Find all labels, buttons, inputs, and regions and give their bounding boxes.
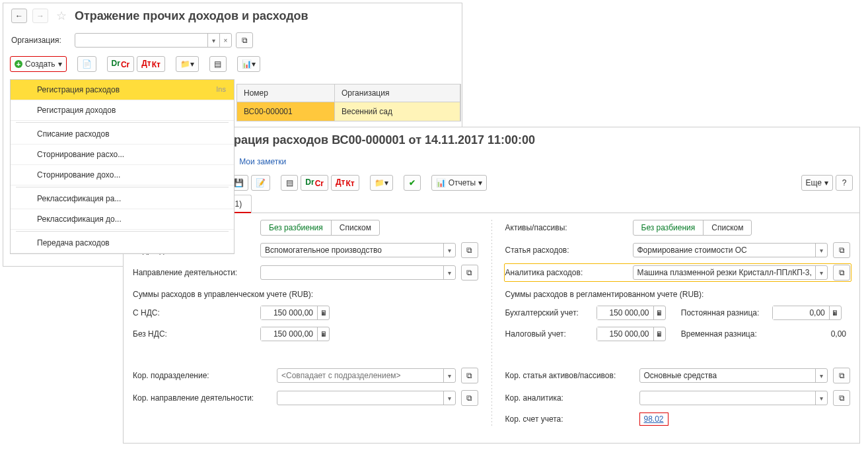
novat-label: Без НДС: <box>133 329 255 339</box>
list-button-2[interactable]: ▤ <box>281 175 298 191</box>
kor-acc-label: Кор. счет учета: <box>505 414 634 424</box>
window-title: Отражение прочих доходов и расходов <box>75 9 308 23</box>
kor-an-open-button[interactable]: ⧉ <box>833 390 850 406</box>
calc-icon[interactable]: 🖩 <box>653 327 665 341</box>
chart-button[interactable]: 📊▾ <box>237 56 260 72</box>
plus-icon: + <box>15 60 22 68</box>
org-open-button[interactable]: ⧉ <box>236 32 253 48</box>
nav-back-button[interactable]: ← <box>11 9 27 23</box>
calc-icon[interactable]: 🖩 <box>317 327 329 341</box>
novat-input[interactable] <box>261 327 317 341</box>
col-number[interactable]: Номер <box>237 84 335 102</box>
help-button[interactable]: ? <box>836 175 853 191</box>
col-org[interactable]: Организация <box>335 84 460 102</box>
dept-open-button[interactable]: ⧉ <box>461 242 478 258</box>
drcr-button[interactable]: DrCr <box>301 175 328 191</box>
dir-label: Направление деятельности: <box>133 268 255 277</box>
calc-icon[interactable]: 🖩 <box>317 306 329 319</box>
approve-button[interactable]: ✔ <box>404 175 421 191</box>
menu-reg-income[interactable]: Регистрация доходов <box>11 100 234 121</box>
calc-icon[interactable]: 🖩 <box>829 306 841 319</box>
reports-button[interactable]: 📊 Отчеты ▾ <box>431 175 487 191</box>
nav-forward-button[interactable]: → <box>32 9 48 23</box>
kor-art-open-button[interactable]: ⧉ <box>833 368 850 383</box>
toggle-list[interactable]: Списком <box>331 220 379 235</box>
kor-dir-open-button[interactable]: ⧉ <box>461 390 478 406</box>
grid-row[interactable]: ВС00-000001 Весенний сад <box>236 102 461 121</box>
art-dd-icon[interactable]: ▾ <box>815 244 827 257</box>
kor-dept-dd-icon[interactable]: ▾ <box>443 369 455 382</box>
titlebar: ← → ☆ Отражение прочих доходов и расходо… <box>3 3 462 28</box>
kor-dir-label: Кор. направление деятельности: <box>133 393 271 403</box>
kor-dir-dd-icon[interactable]: ▾ <box>443 391 455 405</box>
menu-writeoff[interactable]: Списание расходов <box>11 124 234 145</box>
art-input[interactable] <box>633 244 816 257</box>
ap-label: Активы/пассивы: <box>505 223 628 232</box>
create-button[interactable]: +Создать ▾ <box>10 56 67 72</box>
dept-input[interactable] <box>261 244 443 257</box>
toolbar: +Создать ▾ 📄 DrCr ДтКт 📁▾ ▤ 📊▾ <box>3 52 462 76</box>
org-clear-icon[interactable]: × <box>219 34 231 47</box>
kor-art-dd-icon[interactable]: ▾ <box>815 369 827 382</box>
menu-storno-exp[interactable]: Сторнирование расхо... <box>11 145 234 165</box>
vat-input[interactable] <box>261 306 317 319</box>
menu-storno-inc[interactable]: Сторнирование дохо... <box>11 165 234 185</box>
window-title-2: Регистрация расходов ВС00-000001 от 14.1… <box>195 133 535 147</box>
right-col: Активы/пассивы: Без разбиения Списком Ст… <box>505 220 851 426</box>
analyt-dd-icon[interactable]: ▾ <box>815 266 827 279</box>
toggle-nobreak[interactable]: Без разбиения <box>261 220 331 235</box>
ap-toggle-list[interactable]: Списком <box>703 220 751 235</box>
menu-transfer[interactable]: Передача расходов <box>11 233 234 253</box>
nu-input[interactable] <box>597 327 653 341</box>
org-dropdown-icon[interactable]: ▾ <box>207 34 219 47</box>
menu-reclass-exp[interactable]: Реклассификация ра... <box>11 189 234 209</box>
kor-dir-input[interactable] <box>277 391 443 405</box>
grid-header: Номер Организация <box>236 84 461 102</box>
analyt-label: Аналитика расходов: <box>505 268 628 277</box>
expenses-toggle: Без разбиения Списком <box>260 220 380 236</box>
dir-input[interactable] <box>261 266 443 279</box>
more-button[interactable]: Еще ▾ <box>801 175 833 191</box>
art-open-button[interactable]: ⧉ <box>833 242 850 258</box>
kor-acc-link[interactable]: 98.02 <box>639 412 669 426</box>
post-button[interactable]: 📝 <box>251 175 270 191</box>
kor-an-input[interactable] <box>640 391 816 405</box>
drcr-icon: DrCr <box>305 178 324 187</box>
menu-reclass-inc[interactable]: Реклассификация до... <box>11 209 234 230</box>
favorite-icon[interactable]: ☆ <box>56 9 67 23</box>
kor-an-dd-icon[interactable]: ▾ <box>815 391 827 405</box>
dtkt-red-button[interactable]: ДтКт <box>137 56 165 72</box>
dtkt-icon: ДтКт <box>141 59 161 69</box>
kor-art-input[interactable] <box>640 369 816 382</box>
nu-label: Налоговый учет: <box>505 329 591 339</box>
folder-button-2[interactable]: 📁▾ <box>370 175 393 191</box>
menu-reg-expenses[interactable]: Регистрация расходовIns <box>11 80 234 100</box>
dtkt-green-button[interactable]: DrCr <box>107 56 135 72</box>
kor-dept-input[interactable] <box>277 369 443 382</box>
copy-button[interactable]: 📄 <box>77 56 96 72</box>
list-button[interactable]: ▤ <box>209 56 227 72</box>
vr-label: Временная разница: <box>681 329 767 339</box>
bu-input[interactable] <box>597 306 653 319</box>
drcr-icon: DrCr <box>112 59 130 69</box>
kor-dept-label: Кор. подразделение: <box>133 371 271 380</box>
create-menu: Регистрация расходовIns Регистрация дохо… <box>10 79 235 254</box>
org-input[interactable] <box>75 34 207 47</box>
analyt-input[interactable] <box>633 266 816 279</box>
dtkt-button[interactable]: ДтКт <box>331 175 359 191</box>
vat-label: С НДС: <box>133 308 255 317</box>
org-input-wrap: ▾ × <box>75 33 232 48</box>
kor-dept-open-button[interactable]: ⧉ <box>461 368 478 383</box>
pr-input[interactable] <box>773 306 829 319</box>
dept-dd-icon[interactable]: ▾ <box>443 244 455 257</box>
kor-an-label: Кор. аналитика: <box>505 393 634 403</box>
sums-mgmt-label: Суммы расходов в управленческом учете (R… <box>133 290 478 299</box>
dir-dd-icon[interactable]: ▾ <box>443 266 455 279</box>
ap-toggle-nobreak[interactable]: Без разбиения <box>633 220 704 235</box>
analyt-open-button[interactable]: ⧉ <box>833 265 850 280</box>
folder-button[interactable]: 📁▾ <box>176 56 199 72</box>
bu-label: Бухгалтерский учет: <box>505 308 591 317</box>
dir-open-button[interactable]: ⧉ <box>461 265 478 280</box>
tab-notes[interactable]: Мои заметки <box>231 152 294 171</box>
calc-icon[interactable]: 🖩 <box>653 306 665 319</box>
